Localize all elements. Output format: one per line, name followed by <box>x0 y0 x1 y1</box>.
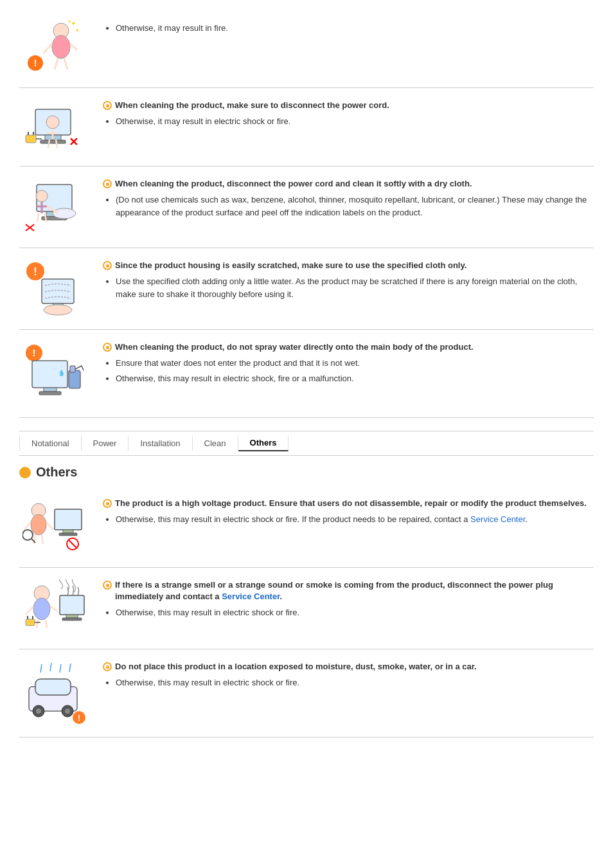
page-container: ! ✦ ✦ ✦ Otherwise, it may result in fire… <box>0 0 613 757</box>
title-specified-cloth: Since the product housing is easily scra… <box>103 260 594 271</box>
svg-text:!: ! <box>34 58 37 68</box>
bullet-no-spray-2: Otherwise, this may result in electric s… <box>116 372 594 385</box>
illus-fire-warning-svg: ! ✦ ✦ ✦ <box>22 18 87 76</box>
svg-text:!: ! <box>33 347 36 358</box>
caution-icon-1 <box>103 101 112 110</box>
nav-notational[interactable]: Notational <box>19 436 82 451</box>
service-center-link-2[interactable]: Service Center <box>222 592 280 601</box>
icon-moisture: ! ∙∙∙ ∙∙ <box>19 661 96 725</box>
content-fire-warning: Otherwise, it may result in fire. <box>96 18 594 37</box>
svg-rect-72 <box>62 618 82 620</box>
svg-point-27 <box>36 190 48 202</box>
svg-rect-71 <box>66 615 78 618</box>
icon-dry-cloth <box>19 178 96 236</box>
illus-dry-cloth-svg <box>22 178 87 236</box>
svg-rect-59 <box>59 533 77 536</box>
svg-point-40 <box>44 305 72 315</box>
icon-high-voltage <box>19 498 96 556</box>
title-clean-power: When cleaning the product, make sure to … <box>103 100 594 111</box>
svg-line-84 <box>50 663 51 671</box>
nav-others[interactable]: Others <box>238 435 289 451</box>
icon-fire-warning: ! ✦ ✦ ✦ <box>19 18 96 76</box>
bullet-fire: Otherwise, it may result in fire. <box>116 22 594 35</box>
svg-point-1 <box>52 35 70 59</box>
svg-rect-45 <box>39 392 61 395</box>
section-moisture: ! ∙∙∙ ∙∙ Do not place this product in a … <box>19 649 594 737</box>
nav-bar: Notational Power Installation Clean Othe… <box>19 431 594 456</box>
icon-no-spray: ! 💧 · · <box>19 341 96 406</box>
illus-strange-smell-svg <box>22 579 87 637</box>
bullet-dry-cloth: (Do not use chemicals such as wax, benze… <box>116 194 594 219</box>
icon-clean-power: ✕ <box>19 100 96 154</box>
caution-icon-6 <box>103 581 112 590</box>
illus-clean-power-svg: ✕ <box>22 100 87 154</box>
bullet-high-voltage: Otherwise, this may result in electric s… <box>116 513 594 526</box>
others-heading: Others <box>19 465 594 480</box>
title-moisture: Do not place this product in a location … <box>103 661 594 673</box>
section-high-voltage: The product is a high voltage product. E… <box>19 486 594 568</box>
icon-specified-cloth: ! <box>19 260 96 318</box>
svg-point-14 <box>46 116 59 129</box>
title-high-voltage: The product is a high voltage product. E… <box>103 498 594 509</box>
section-dry-cloth: When cleaning the product, disconnect th… <box>19 167 594 248</box>
bullet-specified-cloth: Use the specified cloth adding only a li… <box>116 275 594 300</box>
svg-line-2 <box>43 44 52 53</box>
illus-moisture-svg: ! ∙∙∙ ∙∙ <box>22 661 87 725</box>
svg-text:✕: ✕ <box>69 136 78 149</box>
nav-installation[interactable]: Installation <box>129 436 192 451</box>
illus-specified-cloth-svg: ! <box>22 260 87 318</box>
svg-line-68 <box>37 620 38 628</box>
section-no-spray: ! 💧 · · When cleaning the product, do no… <box>19 330 594 418</box>
svg-rect-57 <box>55 509 82 530</box>
caution-icon-7 <box>103 662 112 671</box>
svg-rect-19 <box>26 135 36 143</box>
svg-text:💧: 💧 <box>58 369 66 377</box>
svg-text:✦: ✦ <box>71 20 76 27</box>
svg-text:✦: ✦ <box>75 28 80 33</box>
svg-line-67 <box>50 606 58 611</box>
svg-text:·: · <box>61 364 62 370</box>
caution-icon-2 <box>103 179 112 188</box>
bullet-clean-power: Otherwise, it may result in electric sho… <box>116 115 594 128</box>
svg-line-4 <box>55 59 58 69</box>
content-no-spray: When cleaning the product, do not spray … <box>96 341 594 387</box>
svg-rect-44 <box>44 388 57 392</box>
bullet-strange-smell: Otherwise, this may result in electric s… <box>116 606 594 619</box>
section-specified-cloth: ! Since the product housing is easily sc… <box>19 248 594 330</box>
svg-rect-58 <box>63 530 73 533</box>
svg-text:∙∙: ∙∙ <box>32 674 35 680</box>
svg-line-5 <box>64 59 67 69</box>
svg-text:!: ! <box>78 714 80 723</box>
svg-text:·: · <box>53 365 55 371</box>
svg-point-52 <box>31 514 46 535</box>
caution-icon-5 <box>103 499 112 508</box>
service-center-link-1[interactable]: Service Center <box>470 514 525 524</box>
title-no-spray: When cleaning the product, do not spray … <box>103 341 594 353</box>
content-high-voltage: The product is a high voltage product. E… <box>96 498 594 529</box>
caution-icon-4 <box>103 343 112 352</box>
bullet-no-spray-1: Ensure that water does not enter the pro… <box>116 357 594 370</box>
svg-rect-78 <box>35 679 71 695</box>
section-clean-power: ✕ When cleaning the product, make sure t… <box>19 88 594 167</box>
svg-line-86 <box>69 664 71 672</box>
svg-point-60 <box>22 530 33 540</box>
nav-power[interactable]: Power <box>82 436 129 451</box>
content-clean-power: When cleaning the product, make sure to … <box>96 100 594 131</box>
title-dry-cloth: When cleaning the product, disconnect th… <box>103 178 594 190</box>
bullet-moisture: Otherwise, this may result in electric s… <box>116 676 594 689</box>
content-moisture: Do not place this product in a location … <box>96 661 594 692</box>
icon-strange-smell <box>19 579 96 637</box>
nav-clean[interactable]: Clean <box>193 436 238 451</box>
illus-no-spray-svg: ! 💧 · · <box>22 341 87 406</box>
section-fire-warning: ! ✦ ✦ ✦ Otherwise, it may result in fire… <box>19 6 594 88</box>
svg-rect-70 <box>60 595 84 615</box>
svg-line-85 <box>60 664 61 673</box>
illus-high-voltage-svg <box>22 498 87 556</box>
svg-line-54 <box>46 522 53 530</box>
svg-point-81 <box>36 709 41 714</box>
svg-line-83 <box>40 664 42 673</box>
others-heading-bullet <box>19 467 31 478</box>
svg-point-32 <box>53 208 76 219</box>
content-dry-cloth: When cleaning the product, disconnect th… <box>96 178 594 221</box>
svg-line-69 <box>46 620 47 628</box>
